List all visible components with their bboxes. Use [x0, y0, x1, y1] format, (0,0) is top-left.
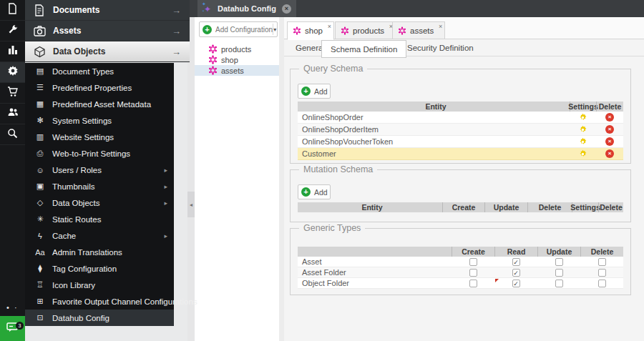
mutation-schema-add-button[interactable]: + Add: [298, 184, 331, 199]
tab-products[interactable]: products ×: [335, 21, 396, 39]
column-header-delete[interactable]: Delete: [527, 202, 572, 212]
chevron-down-icon[interactable]: ▾: [273, 26, 277, 33]
column-header-delete[interactable]: Delete: [598, 202, 623, 212]
menu-item-admin-translations[interactable]: AaAdmin Translations: [25, 244, 174, 260]
column-header-create[interactable]: Create: [452, 247, 494, 257]
menu-item-label: Users / Roles: [52, 166, 164, 174]
column-header-settings[interactable]: Settings: [570, 102, 596, 112]
menu-item-thumbnails[interactable]: ▣Thumbnails▸: [25, 178, 174, 194]
sidebar-button-search[interactable]: [0, 124, 25, 145]
west-region-splitter[interactable]: ◂: [187, 17, 195, 341]
checkbox[interactable]: [555, 258, 563, 266]
add-configuration-button[interactable]: + Add Configuration ▾: [199, 21, 278, 37]
sidebar-button-documents[interactable]: [0, 0, 25, 21]
tab-security-definition[interactable]: Security Definition: [399, 40, 482, 56]
column-header-update[interactable]: Update: [537, 247, 580, 257]
menu-item-system-settings[interactable]: ✻System Settings: [25, 112, 174, 129]
column-header-blank: [298, 247, 452, 257]
tree-item-shop[interactable]: shop: [195, 54, 279, 65]
checkbox[interactable]: [469, 269, 477, 277]
checkbox[interactable]: [598, 280, 606, 287]
menu-item-web-to-print-settings[interactable]: ⎙Web-to-Print Settings: [25, 145, 174, 162]
menu-item-users-roles[interactable]: ☺Users / Roles▸: [25, 162, 174, 178]
settings-cell[interactable]: [570, 149, 596, 159]
settings-cell[interactable]: [570, 113, 596, 122]
grid-header: Create Read Update Delete: [298, 247, 623, 257]
menu-item-label: Datahub Config: [52, 314, 167, 322]
sidebar-button-tools[interactable]: [0, 21, 25, 41]
table-row-asset-folder[interactable]: Asset Folder ✓: [298, 267, 623, 278]
table-row-selected[interactable]: Customer ×: [298, 148, 623, 160]
iconbar-overflow-dots[interactable]: • ·: [6, 303, 19, 312]
column-header-entity[interactable]: Entity: [298, 202, 442, 212]
menu-item-static-routes[interactable]: ✳Static Routes: [25, 211, 174, 227]
sidebar-button-users[interactable]: [0, 104, 25, 124]
checkbox[interactable]: [469, 258, 477, 266]
checkbox[interactable]: [598, 269, 606, 277]
menu-item-document-types[interactable]: ▤Document Types: [25, 63, 174, 79]
checkbox[interactable]: [555, 269, 563, 277]
table-row[interactable]: OnlineShopOrderItem ×: [298, 124, 623, 136]
delete-icon[interactable]: ×: [605, 149, 614, 158]
window-tab-datahub-config[interactable]: ✦✦• Datahub Config ×: [197, 0, 296, 17]
sidebar-button-reports[interactable]: [0, 41, 25, 62]
add-configuration-label: Add Configuration: [215, 26, 273, 34]
panel-splitter[interactable]: [279, 17, 284, 341]
collapse-handle[interactable]: ◂: [187, 192, 195, 217]
delete-cell[interactable]: ×: [596, 137, 623, 146]
column-header-delete[interactable]: Delete: [580, 247, 623, 257]
mutation-schema-fieldset: Mutation Schema + Add Entity Create Upda…: [290, 169, 631, 222]
delete-cell[interactable]: ×: [596, 113, 623, 122]
column-header-read[interactable]: Read: [494, 247, 537, 257]
column-header-entity[interactable]: Entity: [298, 102, 570, 112]
delete-icon[interactable]: ×: [605, 137, 614, 146]
column-header-settings[interactable]: Settings: [572, 202, 598, 212]
menu-item-tag-configuration[interactable]: ⧫Tag Configuration: [25, 260, 174, 277]
column-header-update[interactable]: Update: [484, 202, 527, 212]
accordion-data-objects[interactable]: Data Objects →: [25, 41, 190, 62]
sidebar-button-ecommerce[interactable]: [0, 83, 25, 104]
query-schema-add-button[interactable]: + Add: [298, 84, 331, 99]
checkbox-checked[interactable]: ✓: [512, 269, 520, 277]
settings-cell[interactable]: [570, 137, 596, 147]
menu-item-cache[interactable]: ϟCache▸: [25, 227, 174, 244]
close-icon[interactable]: ×: [328, 23, 331, 30]
column-header-create[interactable]: Create: [442, 202, 484, 212]
accordion-assets[interactable]: Assets →: [25, 21, 190, 41]
tab-schema-definition[interactable]: Schema Definition: [321, 40, 406, 58]
menu-item-predefined-properties[interactable]: ☰Predefined Properties: [25, 79, 174, 96]
delete-icon[interactable]: ×: [605, 125, 614, 134]
table-row[interactable]: OnlineShopVoucherToken ×: [298, 136, 623, 148]
delete-icon[interactable]: ×: [605, 113, 614, 122]
checkbox[interactable]: [469, 280, 477, 287]
tab-assets[interactable]: assets ×: [392, 21, 445, 39]
delete-cell[interactable]: ×: [596, 125, 623, 134]
menu-item-favorite-output-channel-configurations[interactable]: ⊞Favorite Output Channel Configurations: [25, 293, 174, 310]
tree-item-assets[interactable]: assets: [195, 65, 279, 76]
tree-item-products[interactable]: products: [195, 44, 279, 54]
tab-shop[interactable]: shop ×: [287, 21, 334, 40]
checkbox-checked[interactable]: ✓: [512, 280, 520, 287]
table-row-object-folder[interactable]: Object Folder ✓: [298, 278, 623, 289]
checkbox[interactable]: [598, 258, 606, 266]
menu-item-data-objects[interactable]: ◇Data Objects▸: [25, 194, 174, 211]
checkbox-checked[interactable]: ✓: [512, 258, 520, 266]
close-icon[interactable]: ×: [282, 4, 291, 14]
sidebar-button-settings[interactable]: [0, 62, 25, 83]
delete-cell[interactable]: ×: [596, 149, 623, 158]
settings-cell[interactable]: [570, 125, 596, 134]
menu-item-icon-library[interactable]: ♖Icon Library: [25, 277, 174, 293]
menu-item-predefined-asset-metadata[interactable]: ▦Predefined Asset Metadata: [25, 96, 174, 112]
subtab-label: Schema Definition: [331, 45, 397, 54]
table-row-asset[interactable]: Asset ✓: [298, 257, 623, 267]
close-icon[interactable]: ×: [439, 23, 442, 30]
chat-button[interactable]: 3: [0, 316, 25, 341]
column-header-delete[interactable]: Delete: [596, 102, 623, 112]
menu-item-website-settings[interactable]: ▥Website Settings: [25, 129, 174, 145]
fieldset-legend: Mutation Schema: [299, 164, 377, 174]
checkbox[interactable]: [555, 280, 563, 287]
menu-item-datahub-config[interactable]: ⊡Datahub Config: [25, 310, 174, 326]
settings-gear-icon: [578, 113, 587, 122]
table-row[interactable]: OnlineShopOrder ×: [298, 112, 623, 124]
accordion-documents[interactable]: Documents →: [25, 0, 190, 21]
